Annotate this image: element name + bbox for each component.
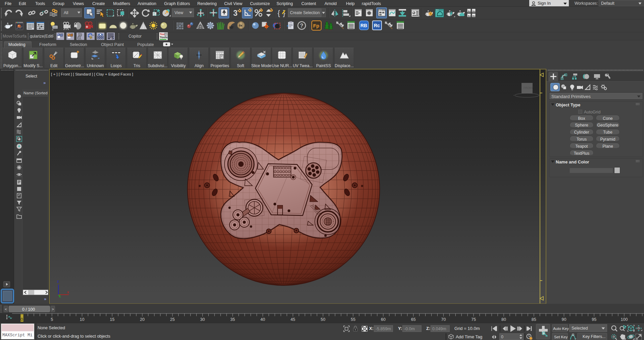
svg-text:z: z	[57, 279, 59, 283]
svg-text:Fp: Fp	[313, 23, 319, 29]
svg-text:Tools: Tools	[160, 36, 167, 39]
svg-text:?: ?	[300, 23, 303, 29]
svg-text:RB: RB	[360, 23, 367, 28]
svg-text:Rc: Rc	[374, 23, 380, 28]
svg-text:HF: HF	[229, 26, 234, 30]
svg-text:x: x	[67, 290, 69, 294]
svg-text:y: y	[59, 293, 61, 297]
svg-text:0x: 0x	[239, 24, 242, 27]
svg-text:S: S	[111, 36, 114, 40]
svg-text:3: 3	[233, 9, 238, 17]
svg-text:{: {	[278, 9, 280, 17]
